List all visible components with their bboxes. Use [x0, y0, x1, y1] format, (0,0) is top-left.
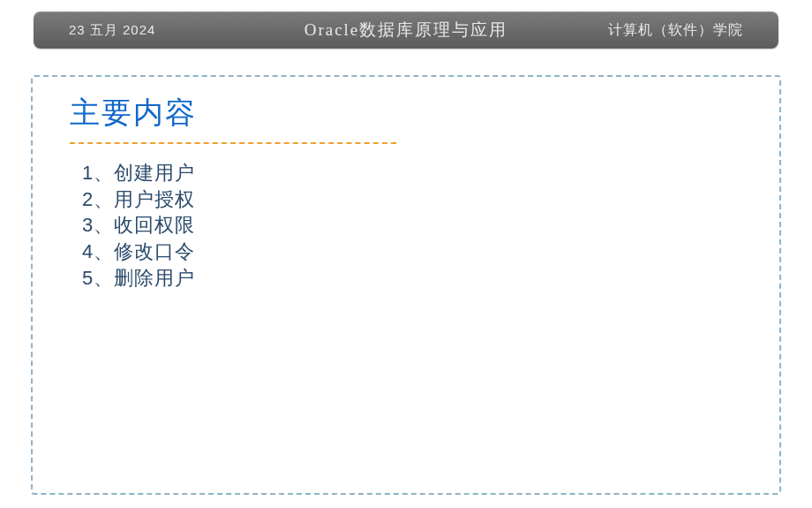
content-box: 主要内容 1、创建用户 2、用户授权 3、收回权限 4、修改口令 5、删除用户 [31, 75, 781, 495]
list-item: 2、用户授权 [82, 186, 742, 213]
section-title: 主要内容 [70, 93, 197, 140]
title-underline [70, 142, 396, 144]
header-date: 23 五月 2024 [69, 22, 155, 39]
list-item: 3、收回权限 [82, 212, 742, 239]
list-item: 5、删除用户 [82, 265, 742, 292]
header-title: Oracle数据库原理与应用 [304, 19, 508, 42]
header-organization: 计算机（软件）学院 [608, 21, 743, 40]
header-bar: 23 五月 2024 Oracle数据库原理与应用 计算机（软件）学院 [34, 11, 778, 49]
list-item: 1、创建用户 [82, 160, 742, 186]
content-list: 1、创建用户 2、用户授权 3、收回权限 4、修改口令 5、删除用户 [82, 160, 742, 291]
list-item: 4、修改口令 [82, 239, 742, 265]
